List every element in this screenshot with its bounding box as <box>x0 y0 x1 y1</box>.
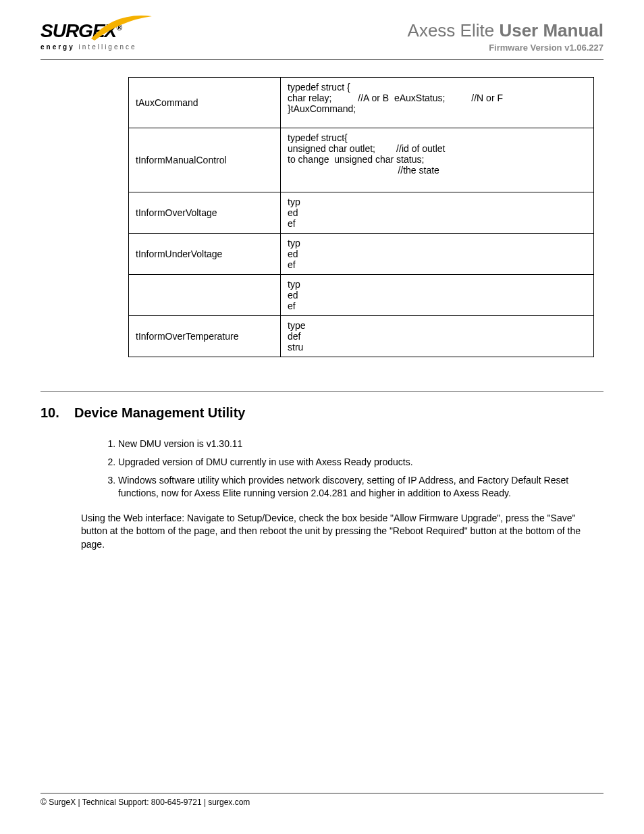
struct-def: typ ed ef <box>281 234 594 275</box>
table-row: tAuxCommand typedef struct { char relay;… <box>129 78 594 128</box>
section-divider <box>41 391 603 392</box>
body-paragraph: Using the Web interface: Navigate to Set… <box>81 512 603 552</box>
header-divider <box>41 59 603 60</box>
struct-name: tInformOverVoltage <box>129 192 281 234</box>
document-title: Axess Elite User Manual <box>408 20 603 41</box>
page-footer: © SurgeX | Technical Support: 800-645-97… <box>41 793 603 807</box>
firmware-version: Firmware Version v1.06.227 <box>408 43 603 53</box>
title-block: Axess Elite User Manual Firmware Version… <box>408 20 603 53</box>
table-row: tInformOverTemperature type def stru <box>129 316 594 357</box>
struct-name: tInformOverTemperature <box>129 316 281 357</box>
footer-text: © SurgeX | Technical Support: 800-645-97… <box>41 798 603 807</box>
table-row: tInformUnderVoltage typ ed ef <box>129 234 594 275</box>
brand-logo: SURGEX® energy intelligence <box>41 20 137 51</box>
list-item: Upgraded version of DMU currently in use… <box>118 456 603 469</box>
struct-def: typ ed ef <box>281 275 594 316</box>
struct-def: typedef struct { char relay; //A or B eA… <box>281 78 594 128</box>
table-row: tInformOverVoltage typ ed ef <box>129 192 594 234</box>
struct-def: typ ed ef <box>281 192 594 234</box>
numbered-list: New DMU version is v1.30.11 Upgraded ver… <box>101 438 603 500</box>
logo-tagline: energy intelligence <box>41 43 137 51</box>
struct-table: tAuxCommand typedef struct { char relay;… <box>128 77 594 357</box>
struct-name: tAuxCommand <box>129 78 281 128</box>
list-item: New DMU version is v1.30.11 <box>118 438 603 450</box>
table-row: tInformManualControl typedef struct{ uns… <box>129 128 594 192</box>
footer-divider <box>41 793 603 793</box>
logo-text: SURGEX® <box>41 20 122 42</box>
section-heading: 10.Device Management Utility <box>41 405 603 421</box>
page-header: SURGEX® energy intelligence Axess Elite … <box>41 20 603 53</box>
struct-name: tInformManualControl <box>129 128 281 192</box>
list-item: Windows software utility which provides … <box>118 474 603 500</box>
struct-name: tInformUnderVoltage <box>129 234 281 275</box>
struct-name <box>129 275 281 316</box>
struct-def: typedef struct{ unsigned char outlet; //… <box>281 128 594 192</box>
table-row: typ ed ef <box>129 275 594 316</box>
struct-def: type def stru <box>281 316 594 357</box>
